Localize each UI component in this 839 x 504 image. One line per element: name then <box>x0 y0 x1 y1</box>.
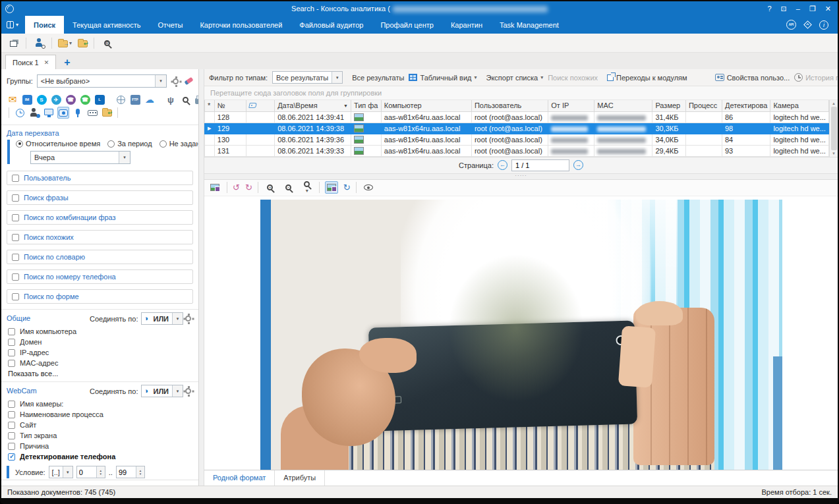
common-item-ip[interactable]: IP-адрес <box>1 347 198 358</box>
help-icon[interactable]: ? <box>767 5 771 13</box>
microphone-channel-button[interactable] <box>72 107 84 119</box>
chevron-down-icon[interactable]: ▾ <box>172 385 183 397</box>
col-computer[interactable]: Компьютер <box>381 100 471 111</box>
mail-channel-button[interactable]: ✉ <box>7 94 18 105</box>
restore-button[interactable]: ❐ <box>809 5 816 13</box>
condition-to-stepper[interactable] <box>116 466 145 478</box>
time-channel-button[interactable] <box>14 107 26 119</box>
filter-box-form[interactable]: Поиск по форме <box>7 289 193 304</box>
checkbox[interactable] <box>12 194 19 202</box>
all-results-button[interactable]: Все результаты <box>352 74 404 82</box>
tab-search-1[interactable]: Поиск 1 ✕ <box>5 55 56 69</box>
checkbox[interactable] <box>12 234 19 241</box>
filter-box-phrase-combination[interactable]: Поиск по комбинации фраз <box>7 210 193 225</box>
webcam-item-reason[interactable]: Причина <box>1 441 198 451</box>
zoom-level-button[interactable]: ▾ <box>301 181 314 194</box>
app-menu-button[interactable]: ▾ <box>1 16 25 34</box>
scroll-up-icon[interactable]: ▲ <box>832 101 836 105</box>
checkbox[interactable] <box>8 349 15 356</box>
go-to-modules-button[interactable]: Переходы к модулям <box>607 74 687 82</box>
radio-relative-time[interactable] <box>16 140 23 148</box>
menu-tab-quarantine[interactable]: Карантин <box>442 16 491 34</box>
webcam-item-camera-name[interactable]: Имя камеры: <box>1 399 198 409</box>
monitor-channel-button[interactable] <box>43 107 55 119</box>
webcam-item-screen-type[interactable]: Тип экрана <box>1 430 198 441</box>
refresh-icon[interactable]: ↻ <box>343 183 351 192</box>
filter-box-dictionary[interactable]: Поиск по словарю <box>7 250 193 264</box>
tab-native-format[interactable]: Родной формат <box>204 470 275 486</box>
condition-to-input[interactable] <box>117 468 136 476</box>
filter-box-similar[interactable]: Поиск похожих <box>7 230 193 244</box>
col-star[interactable]: * <box>205 100 215 111</box>
table-view-button[interactable]: Табличный вид▾ <box>409 74 477 82</box>
view-button[interactable] <box>362 181 375 194</box>
user-properties-button[interactable]: Свойства пользо... <box>715 74 790 82</box>
panel-splitter[interactable]: ····· <box>204 174 838 180</box>
zoom-out-button[interactable]: − <box>282 181 295 194</box>
col-detected[interactable]: Детектирова <box>722 100 770 111</box>
group-by-drop-zone[interactable]: Перетащите сюда заголовок поля для групп… <box>204 86 838 100</box>
checkbox[interactable] <box>8 328 15 335</box>
chevron-down-icon[interactable]: ▾ <box>172 313 183 324</box>
pin-window-icon[interactable]: ⊡ <box>781 5 787 13</box>
cloud-channel-button[interactable]: ☁ <box>144 94 156 105</box>
checkbox[interactable] <box>12 254 19 261</box>
webcam-settings-gear-icon[interactable] <box>185 388 191 394</box>
rotate-right-icon[interactable]: ↻ <box>245 183 252 192</box>
info-icon[interactable]: i <box>819 20 828 30</box>
col-date[interactable]: Дата\Время▼ <box>275 100 351 111</box>
tab-attributes[interactable]: Атрибуты <box>275 470 325 486</box>
page-number-input[interactable] <box>511 159 569 171</box>
chevron-down-icon[interactable]: ▾ <box>332 72 342 83</box>
cascade-windows-button[interactable] <box>7 37 20 49</box>
usb-channel-button[interactable]: ψ <box>165 94 177 105</box>
close-button[interactable]: ✕ <box>825 5 831 13</box>
groups-settings-gear-icon[interactable] <box>173 78 179 84</box>
common-join-select[interactable]: ◑ИЛИ▾ <box>141 312 183 325</box>
common-item-domain[interactable]: Домен <box>1 337 198 347</box>
close-tab-icon[interactable]: ✕ <box>44 59 49 66</box>
table-row[interactable]: 131 08.06.2021 14:39:33 aas-w81x64ru.aas… <box>205 145 829 156</box>
checkbox-checked[interactable] <box>8 453 15 461</box>
ftp-channel-button[interactable]: FTP <box>129 94 141 105</box>
radio-period[interactable] <box>107 140 115 148</box>
table-row[interactable]: 128 08.06.2021 14:39:41 aas-w81x64ru.aas… <box>205 111 829 123</box>
menu-tab-search[interactable]: Поиск <box>25 16 64 34</box>
menu-tab-user-cards[interactable]: Карточки пользователей <box>191 16 291 34</box>
webcam-item-process-name[interactable]: Наименование процесса <box>1 409 198 420</box>
clear-groups-eraser-icon[interactable] <box>184 77 193 85</box>
telegram-channel-button[interactable]: ✈ <box>50 94 62 105</box>
keylogger-channel-button[interactable] <box>86 107 98 119</box>
common-item-mac[interactable]: MAC-адрес <box>1 358 198 368</box>
condition-operator-select[interactable]: [..]▾ <box>49 466 73 478</box>
stepper-arrows-icon[interactable] <box>96 466 105 478</box>
checkbox[interactable] <box>8 401 15 408</box>
common-item-computer-name[interactable]: Имя компьютера <box>1 326 198 337</box>
table-row[interactable]: 130 08.06.2021 14:39:36 aas-w81x64ru.aas… <box>205 134 829 145</box>
checkbox[interactable] <box>8 339 15 346</box>
device-monitor-channel-button[interactable] <box>179 94 191 105</box>
col-mac[interactable]: MAC <box>594 100 652 111</box>
package-icon[interactable] <box>803 20 812 29</box>
minimize-button[interactable]: – <box>796 5 800 13</box>
http-channel-button[interactable] <box>115 94 127 105</box>
file-upload-channel-button[interactable]: ↩ <box>101 107 113 119</box>
checkbox[interactable] <box>8 411 15 418</box>
user-activity-channel-button[interactable] <box>28 107 40 119</box>
lync-channel-button[interactable]: L <box>94 94 105 105</box>
scrollbar-thumb[interactable] <box>831 107 837 150</box>
col-num[interactable]: № <box>214 100 246 111</box>
menu-tab-reports[interactable]: Отчеты <box>149 16 191 34</box>
table-scrollbar[interactable]: ▲ ▼ <box>829 100 838 157</box>
checkbox[interactable] <box>8 432 15 439</box>
checkbox[interactable] <box>12 273 19 281</box>
scroll-down-icon[interactable]: ▼ <box>832 152 836 155</box>
relative-time-select[interactable]: Вчера ▾ <box>30 151 130 164</box>
import-query-button[interactable]: ↩ <box>78 38 88 47</box>
filter-box-phone-number[interactable]: Поиск по номеру телефона <box>7 269 193 284</box>
col-size[interactable]: Размер <box>652 100 686 111</box>
add-tab-button[interactable]: + <box>56 56 78 69</box>
user-search-button[interactable] <box>32 37 45 49</box>
chevron-down-icon[interactable]: ▾ <box>63 466 72 478</box>
webcam-item-phone-detection[interactable]: Детектирование телефона <box>1 451 198 462</box>
